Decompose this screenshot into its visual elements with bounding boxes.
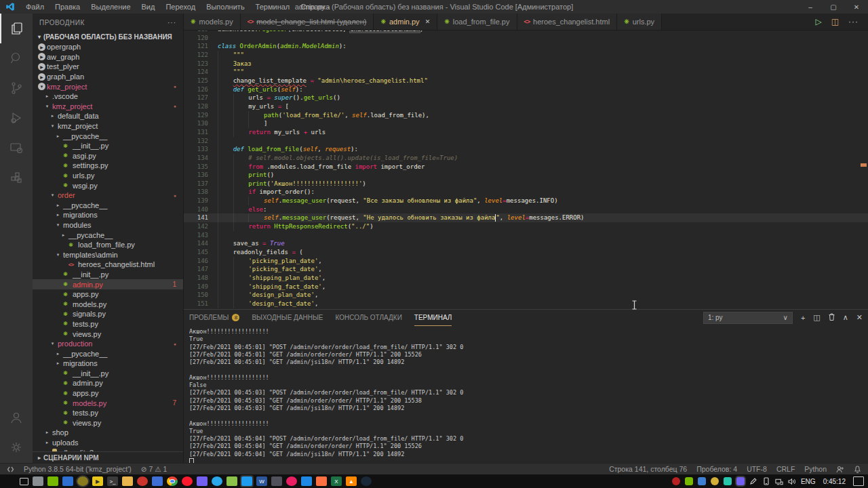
tray-yellow-app[interactable] xyxy=(711,477,719,485)
status-item-right-4[interactable]: Python xyxy=(804,465,827,473)
status-item-right-1[interactable]: Пробелов: 4 xyxy=(696,465,737,473)
tree-item-.vscode[interactable]: ▸.vscode xyxy=(33,92,183,102)
tab-admin.py[interactable]: ❋admin.py✕ xyxy=(374,14,437,30)
terminal-output[interactable]: Акшон!!!!!!!!!!!!!!!!!!True[27/Feb/2021 … xyxy=(184,325,868,464)
code-editor[interactable]: 119admin.site.register(Characteristic, C… xyxy=(184,30,868,309)
panel-tab-ПРОБЛЕМЫ[interactable]: ПРОБЛЕМЫ8 xyxy=(189,310,239,325)
tray-red-app[interactable] xyxy=(672,477,680,485)
taskbar-telegram-app[interactable] xyxy=(212,476,222,486)
tree-item-migrations[interactable]: ▸migrations xyxy=(33,210,183,220)
status-item-left-1[interactable]: Python 3.8.5 64-bit ('kmz_project') xyxy=(24,465,132,473)
taskbar-chrome-browser[interactable] xyxy=(167,476,178,486)
clock[interactable]: 0:45:12 xyxy=(823,478,846,485)
tab-urls.py[interactable]: ❋urls.py xyxy=(617,14,662,30)
code-line-133[interactable]: 133def load_from_file(self, request): xyxy=(184,145,868,154)
tree-item-shop[interactable]: ▸shop xyxy=(33,428,183,438)
status-item-right-0[interactable]: Строка 141, столбец 76 xyxy=(609,465,687,473)
code-line-151[interactable]: 151'design_fact_date', xyxy=(184,300,868,308)
source-control-icon[interactable] xyxy=(0,73,33,103)
tree-item-settings.py[interactable]: ❋settings.py xyxy=(33,161,183,171)
taskbar-task-view[interactable] xyxy=(20,478,28,485)
tree-item-tests.py[interactable]: ❋tests.py xyxy=(33,319,183,329)
tree-item-__init__.py[interactable]: ❋__init__.py xyxy=(33,270,183,280)
taskbar-terminal-app[interactable]: >_ xyxy=(107,476,118,486)
maximize-panel-icon[interactable]: ∧ xyxy=(843,313,848,322)
explorer-icon[interactable] xyxy=(0,14,33,43)
editor-more-actions-icon[interactable]: ··· xyxy=(848,17,859,26)
code-line-129[interactable]: 129path('load_from_file/', self.load_fro… xyxy=(184,111,868,120)
taskbar-word-app[interactable]: W xyxy=(256,476,267,486)
tab-load_from_file.py[interactable]: ❋load_from_file.py xyxy=(437,14,517,30)
split-terminal-icon[interactable]: ◫ xyxy=(813,313,820,322)
extensions-icon[interactable] xyxy=(0,163,33,192)
tree-item-aw_graph[interactable]: ▶aw_graph xyxy=(33,52,183,62)
tray-defender-shield[interactable] xyxy=(698,477,706,485)
bell-icon[interactable] xyxy=(854,465,861,473)
taskbar-blue-square-app[interactable] xyxy=(301,476,312,486)
feedback-icon[interactable] xyxy=(836,466,844,473)
tree-item-admin.py[interactable]: ❋admin.py xyxy=(33,378,183,388)
taskbar-vlc-app[interactable]: ▲ xyxy=(346,476,357,486)
taskbar-nvidia-app[interactable] xyxy=(47,476,58,486)
tree-item-apps.py[interactable]: ❋apps.py xyxy=(33,289,183,300)
tree-item-kmz_project[interactable]: ▾kmz_project● xyxy=(33,102,183,112)
tray-network[interactable] xyxy=(775,477,783,485)
close-button[interactable]: ✕ xyxy=(845,0,868,14)
remote-explorer-icon[interactable] xyxy=(0,133,33,163)
tray-phone[interactable] xyxy=(762,477,770,485)
menu-Правка[interactable]: Правка xyxy=(50,3,85,11)
tray-volume[interactable] xyxy=(788,477,796,485)
status-item-right-3[interactable]: CRLF xyxy=(776,465,795,473)
tray-viber[interactable] xyxy=(736,477,745,485)
tree-item-modules[interactable]: ▾modules xyxy=(33,220,183,230)
tree-item-__init__.py[interactable]: ❋__init__.py xyxy=(33,369,183,379)
minimize-button[interactable]: – xyxy=(799,0,822,14)
tab-model_change_list.html-[interactable]: <>model_change_list.html (удален) xyxy=(241,14,374,30)
run-python-file-icon[interactable]: ▷ xyxy=(815,17,821,26)
code-line-121[interactable]: 121class OrderAdmin(admin.ModelAdmin): xyxy=(184,42,868,51)
menu-Файл[interactable]: Файл xyxy=(20,3,50,11)
tree-item-urls.py[interactable]: ❋urls.py xyxy=(33,171,183,181)
new-terminal-icon[interactable]: + xyxy=(801,314,805,322)
code-line-150[interactable]: 150'design_plan_date', xyxy=(184,291,868,300)
run-debug-icon[interactable] xyxy=(0,103,33,133)
tree-item-production[interactable]: ▾production● xyxy=(33,339,183,349)
remote-icon[interactable] xyxy=(7,466,14,473)
taskbar-olive-circle-app[interactable] xyxy=(77,476,88,486)
code-line-120[interactable]: 120 xyxy=(184,34,868,43)
code-line-143[interactable]: 143 xyxy=(184,231,868,240)
tree-item-models.py[interactable]: ❋models.py xyxy=(33,299,183,309)
terminal-select[interactable]: 1: py ∨ xyxy=(703,312,793,324)
tree-item-templates-admin[interactable]: ▾templates\admin xyxy=(33,249,183,260)
tree-item-__pycache__[interactable]: ▸__pycache__ xyxy=(33,201,183,211)
code-line-128[interactable]: 128my_urls = [ xyxy=(184,102,868,111)
taskbar-start[interactable] xyxy=(5,476,16,486)
menu-Выделение[interactable]: Выделение xyxy=(85,3,136,11)
tree-item-uploads[interactable]: ▸uploads xyxy=(33,438,183,448)
tab-models.py[interactable]: ❋models.py xyxy=(184,14,241,30)
restore-button[interactable]: ▢ xyxy=(822,0,845,14)
sidebar-more-actions[interactable]: ··· xyxy=(167,19,176,26)
code-line-126[interactable]: 126def get_urls(self): xyxy=(184,85,868,94)
tree-item-default_data[interactable]: ▸default_data xyxy=(33,111,183,121)
menu-Выполнить[interactable]: Выполнить xyxy=(201,3,250,11)
npm-scripts-section[interactable]: ▸ СЦЕНАРИИ NPM xyxy=(33,451,183,464)
close-panel-icon[interactable]: ✕ xyxy=(856,313,863,322)
tray-pen[interactable] xyxy=(749,477,757,485)
tree-item-migrations[interactable]: ▸migrations xyxy=(33,359,183,369)
tree-item-order[interactable]: ▾order● xyxy=(33,190,183,201)
taskbar-blue-utility-app[interactable] xyxy=(62,476,73,486)
taskbar-red-clock-app[interactable] xyxy=(137,476,148,486)
tree-item-models.py[interactable]: ❋models.py7 xyxy=(33,398,183,408)
workspace-section-header[interactable]: ▾ (РАБОЧАЯ ОБЛАСТЬ) БЕЗ НАЗВАНИЯ xyxy=(33,31,183,42)
language-indicator[interactable]: ENG xyxy=(801,478,816,485)
code-line-140[interactable]: 140else: xyxy=(184,205,868,214)
search-icon[interactable] xyxy=(0,43,33,73)
tree-item-apps.py[interactable]: ❋apps.py xyxy=(33,388,183,399)
tree-item-__pycache__[interactable]: ▸__pycache__ xyxy=(33,131,183,141)
notification-center-icon[interactable] xyxy=(853,476,864,486)
tree-item-load_from_file.py[interactable]: ❋load_from_file.py xyxy=(33,240,183,250)
close-tab-icon[interactable]: ✕ xyxy=(425,18,431,25)
tree-item-asgi.py[interactable]: ❋asgi.py xyxy=(33,151,183,161)
tree-item-views.py[interactable]: ❋views.py xyxy=(33,418,183,428)
